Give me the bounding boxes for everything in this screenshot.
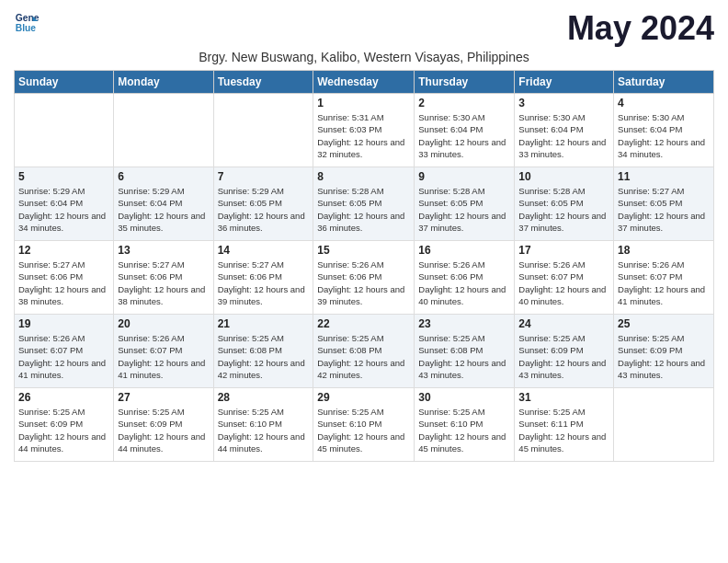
day-of-week-header: Wednesday bbox=[313, 71, 415, 94]
calendar-cell bbox=[114, 94, 213, 167]
day-number: 9 bbox=[418, 170, 510, 183]
month-year-title: May 2024 bbox=[567, 9, 714, 48]
logo: General Blue bbox=[14, 9, 40, 35]
calendar-cell: 18Sunrise: 5:26 AMSunset: 6:07 PMDayligh… bbox=[614, 241, 714, 315]
calendar-cell: 14Sunrise: 5:27 AMSunset: 6:06 PMDayligh… bbox=[213, 241, 313, 315]
calendar-cell: 5Sunrise: 5:29 AMSunset: 6:04 PMDaylight… bbox=[15, 167, 114, 241]
day-number: 25 bbox=[618, 317, 710, 330]
calendar-cell: 25Sunrise: 5:25 AMSunset: 6:09 PMDayligh… bbox=[614, 315, 714, 388]
day-number: 28 bbox=[218, 391, 310, 404]
calendar-cell: 21Sunrise: 5:25 AMSunset: 6:08 PMDayligh… bbox=[213, 315, 313, 388]
day-sun-info: Sunrise: 5:26 AMSunset: 6:06 PMDaylight:… bbox=[317, 259, 410, 307]
calendar-cell: 8Sunrise: 5:28 AMSunset: 6:05 PMDaylight… bbox=[313, 167, 415, 241]
day-sun-info: Sunrise: 5:27 AMSunset: 6:06 PMDaylight:… bbox=[218, 259, 310, 307]
day-sun-info: Sunrise: 5:25 AMSunset: 6:09 PMDaylight:… bbox=[18, 406, 109, 454]
day-sun-info: Sunrise: 5:25 AMSunset: 6:10 PMDaylight:… bbox=[317, 406, 410, 454]
day-sun-info: Sunrise: 5:27 AMSunset: 6:05 PMDaylight:… bbox=[618, 185, 710, 234]
calendar-table: SundayMondayTuesdayWednesdayThursdayFrid… bbox=[14, 70, 714, 462]
day-number: 5 bbox=[18, 170, 109, 183]
calendar-cell: 10Sunrise: 5:28 AMSunset: 6:05 PMDayligh… bbox=[515, 167, 614, 241]
day-number: 22 bbox=[317, 317, 410, 330]
day-sun-info: Sunrise: 5:28 AMSunset: 6:05 PMDaylight:… bbox=[418, 185, 510, 234]
day-number: 3 bbox=[518, 97, 609, 109]
day-number: 16 bbox=[418, 244, 510, 257]
calendar-week-row: 19Sunrise: 5:26 AMSunset: 6:07 PMDayligh… bbox=[15, 315, 714, 388]
calendar-cell: 16Sunrise: 5:26 AMSunset: 6:06 PMDayligh… bbox=[415, 241, 515, 315]
day-sun-info: Sunrise: 5:27 AMSunset: 6:06 PMDaylight:… bbox=[18, 259, 109, 307]
calendar-cell: 9Sunrise: 5:28 AMSunset: 6:05 PMDaylight… bbox=[415, 167, 515, 241]
day-number: 18 bbox=[618, 244, 710, 257]
day-sun-info: Sunrise: 5:28 AMSunset: 6:05 PMDaylight:… bbox=[317, 185, 410, 234]
calendar-cell: 4Sunrise: 5:30 AMSunset: 6:04 PMDaylight… bbox=[614, 94, 714, 167]
day-sun-info: Sunrise: 5:26 AMSunset: 6:07 PMDaylight:… bbox=[618, 259, 710, 307]
calendar-cell: 17Sunrise: 5:26 AMSunset: 6:07 PMDayligh… bbox=[515, 241, 614, 315]
calendar-cell: 27Sunrise: 5:25 AMSunset: 6:09 PMDayligh… bbox=[114, 388, 213, 462]
day-sun-info: Sunrise: 5:25 AMSunset: 6:09 PMDaylight:… bbox=[518, 332, 609, 381]
day-number: 26 bbox=[18, 391, 109, 404]
calendar-cell: 23Sunrise: 5:25 AMSunset: 6:08 PMDayligh… bbox=[415, 315, 515, 388]
day-number: 21 bbox=[218, 317, 310, 330]
day-sun-info: Sunrise: 5:26 AMSunset: 6:06 PMDaylight:… bbox=[418, 259, 510, 307]
day-number: 27 bbox=[118, 391, 209, 404]
day-number: 30 bbox=[418, 391, 510, 404]
day-sun-info: Sunrise: 5:25 AMSunset: 6:08 PMDaylight:… bbox=[317, 332, 410, 381]
calendar-cell: 22Sunrise: 5:25 AMSunset: 6:08 PMDayligh… bbox=[313, 315, 415, 388]
calendar-cell: 19Sunrise: 5:26 AMSunset: 6:07 PMDayligh… bbox=[15, 315, 114, 388]
day-sun-info: Sunrise: 5:25 AMSunset: 6:10 PMDaylight:… bbox=[218, 406, 310, 454]
calendar-cell: 31Sunrise: 5:25 AMSunset: 6:11 PMDayligh… bbox=[515, 388, 614, 462]
calendar-cell: 26Sunrise: 5:25 AMSunset: 6:09 PMDayligh… bbox=[15, 388, 114, 462]
calendar-cell: 3Sunrise: 5:30 AMSunset: 6:04 PMDaylight… bbox=[515, 94, 614, 167]
day-number: 14 bbox=[218, 244, 310, 257]
calendar-cell: 20Sunrise: 5:26 AMSunset: 6:07 PMDayligh… bbox=[114, 315, 213, 388]
day-of-week-header: Saturday bbox=[614, 71, 714, 94]
day-sun-info: Sunrise: 5:26 AMSunset: 6:07 PMDaylight:… bbox=[18, 332, 109, 381]
day-sun-info: Sunrise: 5:29 AMSunset: 6:05 PMDaylight:… bbox=[218, 185, 310, 234]
calendar-cell: 15Sunrise: 5:26 AMSunset: 6:06 PMDayligh… bbox=[313, 241, 415, 315]
day-of-week-header: Thursday bbox=[415, 71, 515, 94]
day-sun-info: Sunrise: 5:31 AMSunset: 6:03 PMDaylight:… bbox=[317, 111, 410, 160]
day-number: 10 bbox=[518, 170, 609, 183]
calendar-cell: 12Sunrise: 5:27 AMSunset: 6:06 PMDayligh… bbox=[15, 241, 114, 315]
day-number: 15 bbox=[317, 244, 410, 257]
day-number: 1 bbox=[317, 97, 410, 109]
calendar-week-row: 5Sunrise: 5:29 AMSunset: 6:04 PMDaylight… bbox=[15, 167, 714, 241]
day-number: 13 bbox=[118, 244, 209, 257]
location-title: Brgy. New Buswang, Kalibo, Western Visay… bbox=[14, 50, 714, 64]
calendar-week-row: 1Sunrise: 5:31 AMSunset: 6:03 PMDaylight… bbox=[15, 94, 714, 167]
day-of-week-header: Tuesday bbox=[213, 71, 313, 94]
calendar-cell: 7Sunrise: 5:29 AMSunset: 6:05 PMDaylight… bbox=[213, 167, 313, 241]
calendar-week-row: 26Sunrise: 5:25 AMSunset: 6:09 PMDayligh… bbox=[15, 388, 714, 462]
calendar-cell: 2Sunrise: 5:30 AMSunset: 6:04 PMDaylight… bbox=[415, 94, 515, 167]
day-sun-info: Sunrise: 5:26 AMSunset: 6:07 PMDaylight:… bbox=[518, 259, 609, 307]
calendar-header-row: SundayMondayTuesdayWednesdayThursdayFrid… bbox=[15, 71, 714, 94]
day-sun-info: Sunrise: 5:30 AMSunset: 6:04 PMDaylight:… bbox=[418, 111, 510, 160]
day-sun-info: Sunrise: 5:25 AMSunset: 6:09 PMDaylight:… bbox=[618, 332, 710, 381]
day-number: 12 bbox=[18, 244, 109, 257]
svg-text:General: General bbox=[16, 13, 40, 23]
day-sun-info: Sunrise: 5:29 AMSunset: 6:04 PMDaylight:… bbox=[118, 185, 209, 234]
calendar-cell bbox=[15, 94, 114, 167]
day-number: 7 bbox=[218, 170, 310, 183]
svg-text:Blue: Blue bbox=[16, 23, 37, 33]
day-sun-info: Sunrise: 5:25 AMSunset: 6:10 PMDaylight:… bbox=[418, 406, 510, 454]
day-sun-info: Sunrise: 5:30 AMSunset: 6:04 PMDaylight:… bbox=[518, 111, 609, 160]
day-sun-info: Sunrise: 5:25 AMSunset: 6:08 PMDaylight:… bbox=[418, 332, 510, 381]
day-number: 6 bbox=[118, 170, 209, 183]
day-number: 17 bbox=[518, 244, 609, 257]
logo-icon: General Blue bbox=[14, 9, 40, 35]
calendar-cell: 29Sunrise: 5:25 AMSunset: 6:10 PMDayligh… bbox=[313, 388, 415, 462]
day-of-week-header: Monday bbox=[114, 71, 213, 94]
day-number: 23 bbox=[418, 317, 510, 330]
day-of-week-header: Friday bbox=[515, 71, 614, 94]
day-sun-info: Sunrise: 5:25 AMSunset: 6:08 PMDaylight:… bbox=[218, 332, 310, 381]
day-sun-info: Sunrise: 5:25 AMSunset: 6:11 PMDaylight:… bbox=[518, 406, 609, 454]
calendar-week-row: 12Sunrise: 5:27 AMSunset: 6:06 PMDayligh… bbox=[15, 241, 714, 315]
day-sun-info: Sunrise: 5:25 AMSunset: 6:09 PMDaylight:… bbox=[118, 406, 209, 454]
calendar-cell: 24Sunrise: 5:25 AMSunset: 6:09 PMDayligh… bbox=[515, 315, 614, 388]
day-sun-info: Sunrise: 5:30 AMSunset: 6:04 PMDaylight:… bbox=[618, 111, 710, 160]
calendar-cell: 11Sunrise: 5:27 AMSunset: 6:05 PMDayligh… bbox=[614, 167, 714, 241]
day-sun-info: Sunrise: 5:29 AMSunset: 6:04 PMDaylight:… bbox=[18, 185, 109, 234]
day-sun-info: Sunrise: 5:26 AMSunset: 6:07 PMDaylight:… bbox=[118, 332, 209, 381]
day-sun-info: Sunrise: 5:28 AMSunset: 6:05 PMDaylight:… bbox=[518, 185, 609, 234]
day-of-week-header: Sunday bbox=[15, 71, 114, 94]
